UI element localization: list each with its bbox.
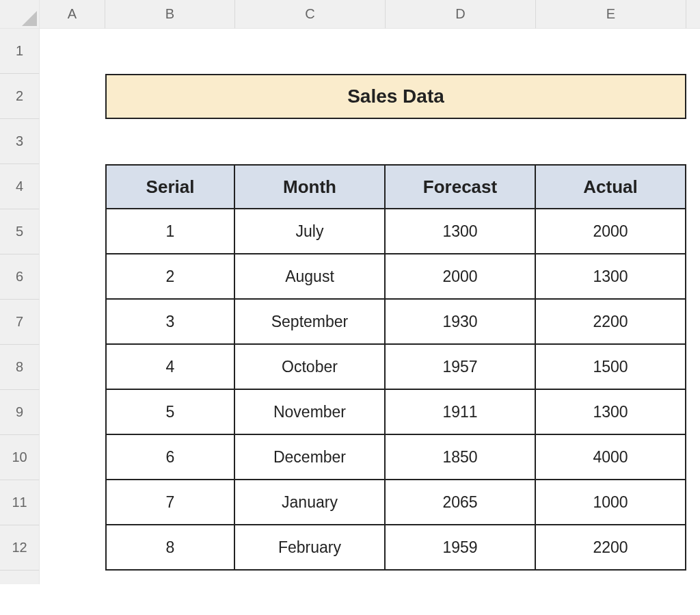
cell-serial-3[interactable]: 4 bbox=[105, 345, 235, 390]
cell-E1[interactable] bbox=[536, 29, 686, 74]
cell-actual-0[interactable]: 2000 bbox=[536, 209, 686, 254]
cell-filler-1 bbox=[686, 29, 700, 74]
cell-actual-3[interactable]: 1500 bbox=[536, 345, 686, 390]
header-month[interactable]: Month bbox=[235, 164, 386, 209]
cell-A1[interactable] bbox=[40, 29, 105, 74]
row-header-8[interactable]: 8 bbox=[0, 345, 40, 390]
cell-serial-0[interactable]: 1 bbox=[105, 209, 235, 254]
cell-forecast-3[interactable]: 1957 bbox=[386, 345, 536, 390]
cell-A6[interactable] bbox=[40, 254, 105, 300]
cell-forecast-2[interactable]: 1930 bbox=[386, 300, 536, 345]
col-header-D[interactable]: D bbox=[386, 0, 536, 29]
cell-A7[interactable] bbox=[40, 300, 105, 345]
cell-filler-8 bbox=[686, 345, 700, 390]
cell-month-3[interactable]: October bbox=[235, 345, 386, 390]
cell-forecast-5[interactable]: 1850 bbox=[386, 435, 536, 480]
cell-month-4[interactable]: November bbox=[235, 390, 386, 435]
cell-filler-10 bbox=[686, 435, 700, 480]
cell-A3[interactable] bbox=[40, 119, 105, 164]
row-header-12[interactable]: 12 bbox=[0, 525, 40, 571]
cell-A5[interactable] bbox=[40, 209, 105, 254]
cell-filler-bottom-A bbox=[40, 571, 105, 584]
cell-filler-12 bbox=[686, 525, 700, 571]
row-header-3[interactable]: 3 bbox=[0, 119, 40, 164]
cell-serial-5[interactable]: 6 bbox=[105, 435, 235, 480]
cell-A2[interactable] bbox=[40, 74, 105, 119]
row-header-10[interactable]: 10 bbox=[0, 435, 40, 480]
cell-B3[interactable] bbox=[105, 119, 235, 164]
cell-filler-bottom bbox=[686, 571, 700, 584]
row-header-5[interactable]: 5 bbox=[0, 209, 40, 254]
cell-forecast-1[interactable]: 2000 bbox=[386, 254, 536, 300]
cell-month-5[interactable]: December bbox=[235, 435, 386, 480]
cell-filler-bottom-D bbox=[386, 571, 536, 584]
cell-filler-bottom-B bbox=[105, 571, 235, 584]
cell-A8[interactable] bbox=[40, 345, 105, 390]
cell-serial-4[interactable]: 5 bbox=[105, 390, 235, 435]
cell-filler-7 bbox=[686, 300, 700, 345]
cell-actual-2[interactable]: 2200 bbox=[536, 300, 686, 345]
cell-actual-4[interactable]: 1300 bbox=[536, 390, 686, 435]
cell-filler-5 bbox=[686, 209, 700, 254]
col-header-C[interactable]: C bbox=[235, 0, 386, 29]
cell-month-2[interactable]: September bbox=[235, 300, 386, 345]
cell-forecast-4[interactable]: 1911 bbox=[386, 390, 536, 435]
header-forecast[interactable]: Forecast bbox=[386, 164, 536, 209]
cell-month-6[interactable]: January bbox=[235, 480, 386, 525]
cell-D3[interactable] bbox=[386, 119, 536, 164]
cell-serial-7[interactable]: 8 bbox=[105, 525, 235, 571]
cell-forecast-0[interactable]: 1300 bbox=[386, 209, 536, 254]
col-header-B[interactable]: B bbox=[105, 0, 235, 29]
cell-serial-1[interactable]: 2 bbox=[105, 254, 235, 300]
cell-filler-11 bbox=[686, 480, 700, 525]
cell-A11[interactable] bbox=[40, 480, 105, 525]
row-header-6[interactable]: 6 bbox=[0, 254, 40, 300]
cell-actual-5[interactable]: 4000 bbox=[536, 435, 686, 480]
cell-actual-1[interactable]: 1300 bbox=[536, 254, 686, 300]
row-header-4[interactable]: 4 bbox=[0, 164, 40, 209]
cell-filler-bottom-E bbox=[536, 571, 686, 584]
cell-D1[interactable] bbox=[386, 29, 536, 74]
cell-E3[interactable] bbox=[536, 119, 686, 164]
cell-actual-7[interactable]: 2200 bbox=[536, 525, 686, 571]
cell-forecast-6[interactable]: 2065 bbox=[386, 480, 536, 525]
title-cell[interactable]: Sales Data bbox=[105, 74, 686, 119]
row-header-1[interactable]: 1 bbox=[0, 29, 40, 74]
title-text: Sales Data bbox=[347, 86, 444, 107]
cell-month-0[interactable]: July bbox=[235, 209, 386, 254]
cell-serial-2[interactable]: 3 bbox=[105, 300, 235, 345]
cell-filler-2 bbox=[686, 74, 700, 119]
cell-A4[interactable] bbox=[40, 164, 105, 209]
cell-filler-4 bbox=[686, 164, 700, 209]
header-serial[interactable]: Serial bbox=[105, 164, 235, 209]
cell-C3[interactable] bbox=[235, 119, 386, 164]
cell-C1[interactable] bbox=[235, 29, 386, 74]
cell-actual-6[interactable]: 1000 bbox=[536, 480, 686, 525]
cell-B1[interactable] bbox=[105, 29, 235, 74]
row-header-13[interactable] bbox=[0, 571, 40, 584]
cell-A10[interactable] bbox=[40, 435, 105, 480]
row-header-9[interactable]: 9 bbox=[0, 390, 40, 435]
cell-forecast-7[interactable]: 1959 bbox=[386, 525, 536, 571]
cell-month-1[interactable]: August bbox=[235, 254, 386, 300]
cell-A12[interactable] bbox=[40, 525, 105, 571]
select-all-corner[interactable] bbox=[0, 0, 40, 29]
col-header-A[interactable]: A bbox=[40, 0, 105, 29]
row-header-11[interactable]: 11 bbox=[0, 480, 40, 525]
spreadsheet[interactable]: A B C D E 1 2 Sales Data 3 4 Serial Mont… bbox=[0, 0, 700, 584]
cell-serial-6[interactable]: 7 bbox=[105, 480, 235, 525]
col-header-filler bbox=[686, 0, 700, 29]
row-header-2[interactable]: 2 bbox=[0, 74, 40, 119]
cell-A9[interactable] bbox=[40, 390, 105, 435]
cell-month-7[interactable]: February bbox=[235, 525, 386, 571]
col-header-E[interactable]: E bbox=[536, 0, 686, 29]
cell-filler-9 bbox=[686, 390, 700, 435]
header-actual[interactable]: Actual bbox=[536, 164, 686, 209]
cell-filler-3 bbox=[686, 119, 700, 164]
cell-filler-bottom-C bbox=[235, 571, 386, 584]
cell-filler-6 bbox=[686, 254, 700, 300]
row-header-7[interactable]: 7 bbox=[0, 300, 40, 345]
